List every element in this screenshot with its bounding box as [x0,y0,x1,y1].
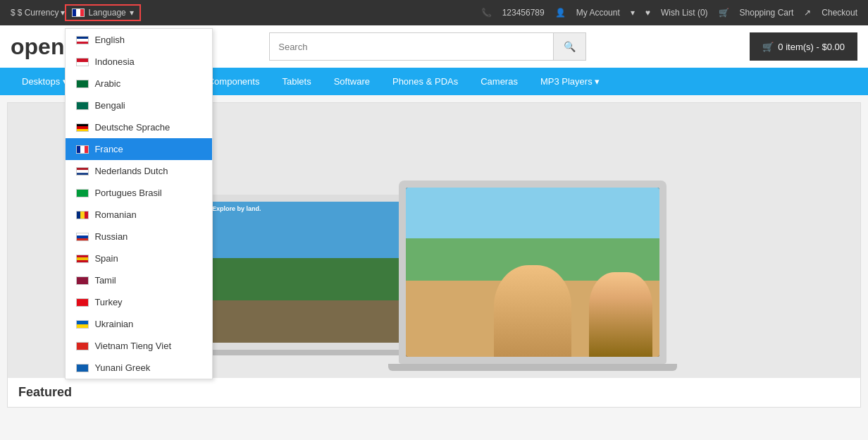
language-option-label: Vietnam Tieng Viet [94,341,171,351]
language-option-indonesia[interactable]: Indonesia [66,51,212,73]
flag-icon-flag-br [76,189,89,197]
laptop-screen-back: Explore by land. [209,202,420,343]
flag-icon-flag-nl [76,167,89,176]
account-icon: 👤 [555,8,566,18]
flag-icon-flag-id [76,58,89,66]
language-option-nederlands-dutch[interactable]: Nederlands Dutch [66,160,212,182]
language-option-russian[interactable]: Russian [66,226,212,248]
language-option-label: France [94,144,123,154]
top-bar: $ $ Currency ▾ Language ▾ EnglishIndones… [0,0,868,25]
language-option-label: Tamil [94,275,116,286]
flag-icon-flag-sa [76,80,89,88]
language-option-label: Arabic [94,78,120,89]
flag-icon-flag-gb [76,36,89,44]
flag-icon-flag-lk [76,276,89,285]
language-option-english[interactable]: English [66,29,212,51]
language-option-turkey[interactable]: Turkey [66,291,212,313]
language-option-deutsche-sprache[interactable]: Deutsche Sprache [66,116,212,138]
flag-icon-flag-es [76,255,89,263]
language-option-label: Ukrainian [94,319,133,329]
language-option-ukrainian[interactable]: Ukrainian [66,313,212,335]
arrow-icon-top: ↗ [804,8,811,18]
language-option-label: Romanian [94,209,136,220]
heart-icon: ♥ [645,8,650,18]
flag-icon-flag-tr [76,298,89,307]
language-option-vietnam-tieng-viet[interactable]: Vietnam Tieng Viet [66,335,212,357]
language-option-label: Deutsche Sprache [94,122,170,133]
laptop-screen-front [406,188,659,357]
search-area: 🔍 [269,32,586,61]
language-container: Language ▾ EnglishIndonesiaArabicBengali… [65,4,140,21]
language-option-label: Portugues Brasil [94,188,161,198]
search-input[interactable] [269,32,553,61]
language-option-label: Yunani Greek [94,362,150,373]
flag-icon-flag-vn [76,342,89,350]
laptop-front [399,181,666,364]
wish-list-link[interactable]: Wish List (0) [661,8,708,18]
language-dropdown-icon: ▾ [130,8,134,18]
phone-icon: 📞 [481,8,492,18]
language-option-label: Indonesia [94,56,134,67]
cart-button[interactable]: 🛒 0 item(s) - $0.00 [750,32,857,61]
nav-item-tablets[interactable]: Tablets [271,68,322,95]
language-option-france[interactable]: France [66,138,212,160]
flag-icon-flag-ru [76,233,89,241]
cart-icon-top: 🛒 [719,8,729,18]
flag-icon-flag-fr [76,145,89,154]
cart-label: 0 item(s) - $0.00 [778,42,845,52]
my-account-link[interactable]: My Account [576,8,620,18]
language-flag-icon [72,8,85,17]
language-button[interactable]: Language ▾ [65,4,140,21]
language-option-label: Nederlands Dutch [94,166,168,176]
flag-icon-flag-gr [76,364,89,372]
search-icon: 🔍 [564,41,576,52]
nav-item-mp3-players[interactable]: MP3 Players ▾ [529,68,611,95]
cart-basket-icon: 🛒 [762,42,774,52]
nav-item-cameras[interactable]: Cameras [469,68,529,95]
language-option-yunani-greek[interactable]: Yunani Greek [66,357,212,379]
language-option-romanian[interactable]: Romanian [66,204,212,226]
language-option-label: Bengali [94,100,125,111]
language-option-arabic[interactable]: Arabic [66,73,212,94]
hero-inner: Explore by land. [187,103,681,378]
language-option-tamil[interactable]: Tamil [66,269,212,291]
language-option-label: Spain [94,253,118,264]
flag-icon-flag-ro [76,211,89,219]
top-bar-right: 📞 123456789 👤 My Account ▾ ♥ Wish List (… [481,8,857,18]
top-bar-left: $ $ Currency ▾ Language ▾ EnglishIndones… [11,4,141,21]
dollar-icon: $ [11,8,16,18]
flag-icon-flag-de [76,123,89,132]
currency-button[interactable]: $ $ Currency ▾ [11,8,65,18]
flag-icon-flag-bd [76,102,89,110]
search-button[interactable]: 🔍 [553,32,586,61]
language-dropdown: EnglishIndonesiaArabicBengaliDeutsche Sp… [65,28,213,379]
nav-item-phones-&-pdas[interactable]: Phones & PDAs [381,68,469,95]
account-arrow: ▾ [631,8,635,18]
language-option-portugues-brasil[interactable]: Portugues Brasil [66,182,212,204]
shopping-cart-link[interactable]: Shopping Cart [740,8,794,18]
checkout-link[interactable]: Checkout [822,8,857,18]
laptop-back: Explore by land. [202,195,427,350]
currency-label: $ Currency [18,8,59,18]
language-option-label: Turkey [94,297,122,307]
language-option-spain[interactable]: Spain [66,248,212,269]
language-label: Language [88,8,125,18]
nav-item-software[interactable]: Software [323,68,381,95]
language-option-bengali[interactable]: Bengali [66,94,212,116]
featured-heading: Featured [8,378,860,407]
flag-icon-flag-ua [76,320,89,329]
language-option-label: English [94,35,125,45]
phone-link[interactable]: 123456789 [502,8,545,18]
language-option-label: Russian [94,231,128,242]
